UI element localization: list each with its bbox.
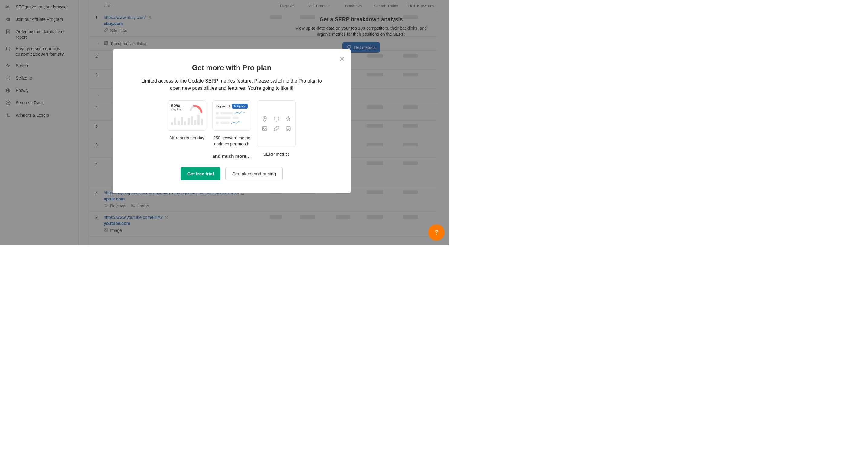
feature-card-icons [257, 100, 296, 147]
svg-rect-10 [274, 117, 279, 120]
bars-icon [171, 113, 203, 125]
feature-caption: SERP metrics [257, 151, 296, 157]
feature-caption: 3K reports per day [167, 135, 206, 141]
much-more-text: and much more… [129, 154, 334, 159]
feature-keyword-updates: Keyword ↻ Update 250 keyword metric upda… [212, 100, 251, 147]
svg-point-9 [264, 118, 265, 119]
feature-card-chart: 82% Very hard [167, 100, 206, 131]
feature-card-keyword: Keyword ↻ Update [212, 100, 251, 131]
update-badge: ↻ Update [232, 104, 248, 108]
upgrade-modal: ✕ Get more with Pro plan Limited access … [113, 49, 351, 193]
close-button[interactable]: ✕ [339, 55, 345, 64]
modal-actions: Get free trial See plans and pricing [129, 167, 334, 180]
close-icon: ✕ [339, 55, 345, 63]
sparkline-icon [235, 111, 245, 115]
feature-reports: 82% Very hard 3K reports per day [167, 100, 206, 147]
sparkline-icon [231, 121, 242, 125]
feature-caption: 250 keyword metric updates per month [212, 135, 251, 147]
pin-icon [260, 116, 269, 122]
modal-desc: Limited access to the Update SERP metric… [129, 77, 334, 92]
feature-serp-metrics: SERP metrics [257, 100, 296, 147]
feature-row: 82% Very hard 3K reports per day Keyword… [129, 100, 334, 147]
get-free-trial-button[interactable]: Get free trial [181, 167, 220, 180]
keyword-label: Keyword [216, 104, 229, 108]
star-icon [284, 116, 292, 122]
link-icon [272, 125, 280, 131]
screen-icon [272, 116, 280, 122]
modal-title: Get more with Pro plan [129, 63, 334, 72]
inbox-icon [284, 125, 292, 131]
image-icon [260, 125, 269, 131]
question-icon: ? [435, 228, 438, 236]
see-plans-button[interactable]: See plans and pricing [225, 167, 283, 180]
help-button[interactable]: ? [428, 224, 444, 241]
